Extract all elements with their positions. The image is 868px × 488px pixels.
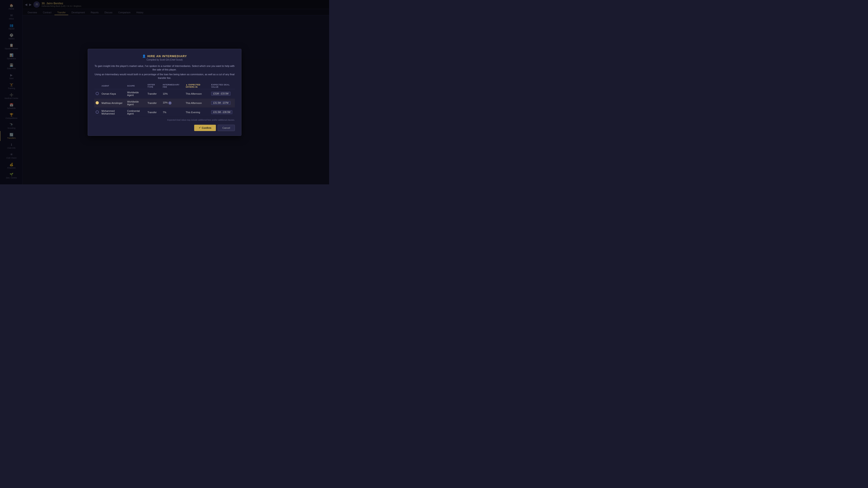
- th-scope: SCOPE: [126, 83, 146, 89]
- agent-radio-2[interactable]: [96, 101, 99, 104]
- agent-offer-type-2: Transfer: [146, 98, 161, 107]
- modal-desc-line1: To gain insight into the player's market…: [94, 64, 235, 72]
- agent-scope-2: Worldwide Agent: [126, 98, 146, 107]
- th-offer-type: OFFER TYPE: [146, 83, 161, 89]
- agents-table: AGENT SCOPE OFFER TYPE INTERMEDIARY FEE …: [94, 83, 235, 117]
- agent-fee-1: 10%: [161, 89, 184, 98]
- modal-subtitle: Compiled by Scott Gill (Chief Scout): [94, 59, 235, 61]
- info-icon-2[interactable]: i: [168, 101, 172, 105]
- modal-desc-line2: Using an Intermediary would result both …: [94, 72, 235, 80]
- agent-row-3[interactable]: Mohammed Mohammed Continental Agent Tran…: [94, 107, 235, 117]
- th-select: [94, 83, 100, 89]
- th-deal-value: EXPECTED DEAL VALUE: [210, 83, 235, 89]
- cancel-button[interactable]: Cancel: [218, 125, 235, 131]
- agent-deal-value-2: £31.5M - £37M: [211, 101, 230, 105]
- modal-title-icon: 👤: [142, 55, 146, 58]
- agent-row-1[interactable]: Osman Kaya Worldwide Agent Transfer 10% …: [94, 89, 235, 98]
- agent-offer-type-3: Transfer: [146, 107, 161, 117]
- agent-name-2: Matthias Amslinger: [100, 98, 126, 107]
- modal-description: To gain insight into the player's market…: [94, 64, 235, 80]
- agent-scope-3: Continental Agent: [126, 107, 146, 117]
- agent-name-1: Osman Kaya: [100, 89, 126, 98]
- agent-name-3: Mohammed Mohammed: [100, 107, 126, 117]
- confirm-button[interactable]: ✓ Confirm: [194, 125, 216, 131]
- agent-radio-3[interactable]: [96, 110, 99, 113]
- modal-disclaimer: Expected Deal Value may include addition…: [94, 119, 235, 121]
- modal-title: 👤 HIRE AN INTERMEDIARY: [94, 55, 235, 58]
- agent-expected-3: This Evening: [184, 107, 210, 117]
- agent-radio-1[interactable]: [96, 92, 99, 95]
- agent-fee-3: 7%: [161, 107, 184, 117]
- agent-offer-type-1: Transfer: [146, 89, 161, 98]
- th-agent: AGENT: [100, 83, 126, 89]
- agent-deal-value-1: £31M - £33.5M: [211, 92, 230, 96]
- modal-header: 👤 HIRE AN INTERMEDIARY Compiled by Scott…: [94, 55, 235, 61]
- agent-expected-2: This Afternoon: [184, 98, 210, 107]
- hire-intermediary-modal: 👤 HIRE AN INTERMEDIARY Compiled by Scott…: [88, 49, 241, 136]
- modal-overlay: 👤 HIRE AN INTERMEDIARY Compiled by Scott…: [0, 0, 329, 184]
- agent-expected-1: This Afternoon: [184, 89, 210, 98]
- th-expected-offers: ▲ EXPECTED OFFERS IN: [184, 83, 210, 89]
- confirm-checkmark-icon: ✓: [199, 126, 201, 129]
- th-fee: INTERMEDIARY FEE: [161, 83, 184, 89]
- agent-row-2[interactable]: Matthias Amslinger Worldwide Agent Trans…: [94, 98, 235, 107]
- modal-buttons: ✓ Confirm Cancel: [94, 125, 235, 131]
- agent-scope-1: Worldwide Agent: [126, 89, 146, 98]
- agent-deal-value-3: £31.5M - £38.5M: [211, 110, 232, 114]
- agent-fee-2: 10% i: [161, 98, 184, 107]
